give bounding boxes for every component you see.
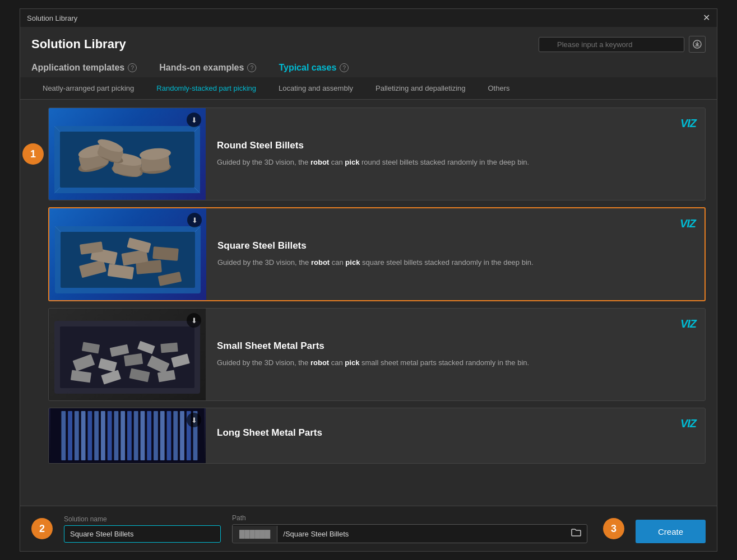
item-title-square-steel: Square Steel Billets [217,240,660,251]
card-square-steel[interactable]: ⬇ Square Steel Billets Guided by the 3D … [48,207,706,301]
subtab-palletizing[interactable]: Palletizing and depalletizing [364,77,476,99]
thumb-download-3[interactable]: ⬇ [187,313,201,328]
item-info-round-steel: Round Steel Billets Guided by the 3D vis… [206,108,671,200]
step-badge-1: 1 [22,143,44,165]
svg-rect-42 [61,411,66,460]
thumbnail-square-steel: ⬇ [49,208,206,300]
thumbnail-long-sheet: ⬇ [49,408,206,463]
main-window: Solution Library ✕ Solution Library 🔍 [20,8,717,552]
svg-rect-22 [152,246,179,261]
subtab-locating[interactable]: Locating and assembly [267,77,364,99]
item-right-2: VIZ [671,208,704,300]
solution-name-label: Solution name [64,515,221,523]
titlebar: Solution Library ✕ [20,9,717,27]
svg-rect-52 [127,411,132,460]
item-title-round-steel: Round Steel Billets [217,140,660,151]
sub-tabs: Neatly-arranged part picking Randomly-st… [20,77,717,100]
help-icon-app: ? [128,63,137,72]
search-input[interactable] [539,37,684,52]
viz-badge-1: VIZ [680,117,696,130]
content-scroll-wrapper: 1 [20,100,717,506]
svg-rect-54 [141,411,145,460]
scene-long-sheet [49,408,206,463]
svg-rect-45 [81,411,86,460]
item-right-3: VIZ [671,309,705,400]
path-group: Path ██████ [232,514,587,543]
svg-rect-47 [94,411,99,460]
card-wrapper-3: ⬇ Small Sheet Metal Parts Guided by the … [48,308,706,401]
card-small-sheet[interactable]: ⬇ Small Sheet Metal Parts Guided by the … [48,308,706,401]
svg-rect-58 [167,411,171,460]
svg-rect-44 [75,411,79,460]
card-wrapper-1: 1 [48,108,706,200]
step-badge-2: 2 [31,518,53,539]
search-area: 🔍 [539,36,706,53]
item-desc-small-sheet: Guided by the 3D vision, the robot can p… [217,357,660,368]
main-tabs: Application templates ? Hands-on example… [31,63,706,77]
download-icon [693,40,702,49]
card-round-steel[interactable]: ⬇ Round Steel Billets Guided by the 3D v… [48,108,706,200]
scene-round-steel [49,108,206,200]
header-top: Solution Library 🔍 [31,36,706,53]
svg-rect-50 [114,411,118,460]
help-icon-hands: ? [247,63,256,72]
solution-name-group: Solution name [64,515,221,543]
viz-badge-3: VIZ [680,318,696,330]
path-input-wrapper: ██████ [232,524,587,543]
item-right-4: VIZ [671,408,705,463]
item-title-long-sheet: Long Sheet Metal Parts [217,427,660,438]
viz-badge-2: VIZ [680,217,696,230]
thumb-download-4[interactable]: ⬇ [187,413,201,427]
tab-app-templates[interactable]: Application templates ? [31,63,137,77]
download-button[interactable] [689,36,706,53]
item-info-long-sheet: Long Sheet Metal Parts [206,408,671,463]
svg-rect-60 [180,411,184,460]
item-info-square-steel: Square Steel Billets Guided by the 3D vi… [206,208,671,300]
solution-name-input[interactable] [64,525,221,543]
path-label: Path [232,514,587,522]
svg-rect-56 [154,411,158,460]
scene-small-sheet [49,309,206,400]
search-wrapper: 🔍 [539,37,684,52]
bottom-bar: 2 Solution name Path ██████ 3 Create [20,506,717,551]
subtab-neatly[interactable]: Neatly-arranged part picking [31,77,145,99]
card-wrapper-2: ⬇ Square Steel Billets Guided by the 3D … [48,207,706,301]
help-icon-typical: ? [340,63,349,72]
app-logo: Solution Library [31,37,126,52]
svg-rect-43 [68,411,72,460]
svg-rect-48 [101,411,105,460]
item-right-1: VIZ [671,108,705,200]
thumb-download-2[interactable]: ⬇ [187,213,202,227]
thumb-download-1[interactable]: ⬇ [187,113,201,127]
path-prefix: ██████ [233,526,277,542]
thumbnail-small-sheet: ⬇ [49,309,206,400]
close-button[interactable]: ✕ [703,13,710,22]
create-button[interactable]: Create [636,520,706,543]
folder-browse-button[interactable] [566,525,587,543]
svg-rect-46 [87,411,92,460]
svg-rect-36 [160,343,178,353]
content-area: 1 [20,100,717,506]
thumbnail-round-steel: ⬇ [49,108,206,200]
subtab-others[interactable]: Others [477,77,521,99]
tab-typical-cases[interactable]: Typical cases ? [279,63,349,77]
card-long-sheet[interactable]: ⬇ Long Sheet Metal Parts VIZ [48,408,706,464]
item-desc-square-steel: Guided by the 3D vision, the robot can p… [217,257,660,268]
svg-rect-49 [108,411,112,460]
path-input[interactable] [277,526,566,542]
svg-rect-51 [120,411,125,460]
item-title-small-sheet: Small Sheet Metal Parts [217,340,660,352]
svg-rect-57 [160,411,165,460]
item-desc-round-steel: Guided by the 3D vision, the robot can p… [217,157,660,168]
viz-badge-4: VIZ [680,417,696,430]
item-info-small-sheet: Small Sheet Metal Parts Guided by the 3D… [206,309,671,400]
step-badge-3: 3 [603,518,624,539]
subtab-randomly[interactable]: Randomly-stacked part picking [145,77,267,99]
svg-rect-55 [147,411,151,460]
scene-square-steel [49,208,206,300]
tab-hands-on[interactable]: Hands-on examples ? [159,63,256,77]
card-wrapper-4: ⬇ Long Sheet Metal Parts VIZ [48,408,706,464]
svg-rect-53 [134,411,138,460]
header: Solution Library 🔍 Application templ [20,27,717,77]
svg-rect-59 [173,411,178,460]
